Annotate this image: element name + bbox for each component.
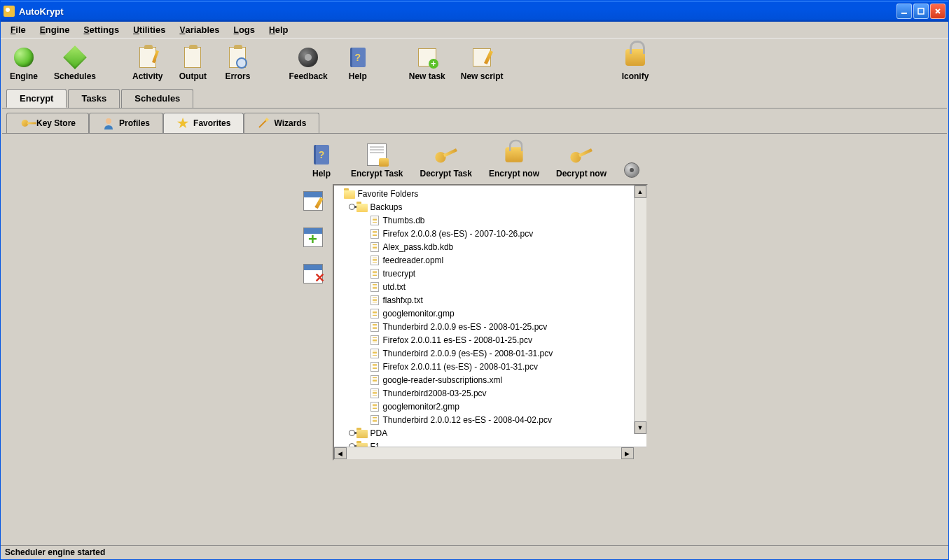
gear-icon xyxy=(624,162,639,178)
tree-file[interactable]: Firefox 2.0.0.11 (es-ES) - 2008-01-31.pc… xyxy=(335,360,645,373)
subtab-keystore[interactable]: Key Store xyxy=(6,113,89,133)
delete-favorite-button[interactable] xyxy=(302,262,324,285)
encrypt-now-icon xyxy=(505,147,522,162)
close-icon xyxy=(934,8,941,15)
content-frame: Key Store Profiles ★ Favorites Wizards xyxy=(2,108,947,545)
file-icon xyxy=(370,255,379,265)
engine-icon xyxy=(14,48,34,67)
file-icon xyxy=(370,335,379,345)
app-icon xyxy=(4,6,15,17)
edit-favorite-button[interactable] xyxy=(302,190,324,212)
tree-file[interactable]: Thunderbird 2.0.0.9 es-ES - 2008-01-25.p… xyxy=(335,320,645,333)
tree-file[interactable]: flashfxp.txt xyxy=(335,293,645,307)
engine-button[interactable]: Engine xyxy=(6,45,41,83)
help-button[interactable]: Help xyxy=(340,45,375,83)
new-script-button[interactable]: New script xyxy=(458,45,506,83)
tree-file[interactable]: googlemonitor.gmp xyxy=(335,307,645,320)
tab-encrypt[interactable]: Encrypt xyxy=(6,89,67,108)
decrypt-now-button[interactable]: Decrypt now xyxy=(556,142,607,178)
output-icon xyxy=(184,47,201,68)
tree-file[interactable]: googlemonitor2.gmp xyxy=(335,400,645,413)
subtab-wizards[interactable]: Wizards xyxy=(244,113,319,133)
tree-folder[interactable]: PDA xyxy=(335,426,645,440)
maximize-button[interactable] xyxy=(913,4,929,19)
menu-utilities[interactable]: Utilities xyxy=(127,23,171,36)
tree-folder[interactable]: Backups xyxy=(335,200,645,214)
person-icon xyxy=(102,117,115,130)
file-icon xyxy=(370,242,379,252)
subtab-favorites[interactable]: ★ Favorites xyxy=(163,113,244,133)
menu-file[interactable]: File xyxy=(5,23,32,36)
edit-icon xyxy=(303,191,323,211)
file-icon xyxy=(370,415,379,425)
tree-file[interactable]: truecrypt xyxy=(335,267,645,280)
tree-file[interactable]: google-reader-subscriptions.xml xyxy=(335,373,645,386)
file-icon xyxy=(370,388,379,398)
file-icon xyxy=(370,322,379,332)
iconify-icon xyxy=(625,49,645,66)
encrypt-now-button[interactable]: Encrypt now xyxy=(489,142,539,178)
close-button[interactable] xyxy=(930,4,945,19)
add-favorite-button[interactable] xyxy=(302,226,324,248)
new-task-button[interactable]: New task xyxy=(406,45,448,83)
activity-icon xyxy=(139,47,156,68)
menu-logs[interactable]: Logs xyxy=(228,23,261,36)
folder-icon xyxy=(356,430,368,438)
errors-button[interactable]: Errors xyxy=(220,45,255,83)
tab-tasks[interactable]: Tasks xyxy=(68,89,120,108)
minimize-button[interactable] xyxy=(896,4,912,19)
file-icon xyxy=(370,309,379,318)
titlebar[interactable]: AutoKrypt xyxy=(1,1,948,22)
tree-root[interactable]: Favorite Folders xyxy=(335,187,645,200)
tree-file[interactable]: Thunderbird2008-03-25.pcv xyxy=(335,386,645,400)
output-button[interactable]: Output xyxy=(175,45,210,83)
decrypt-task-icon xyxy=(434,145,459,164)
tree-file[interactable]: Thumbs.db xyxy=(335,214,645,227)
tree-file[interactable]: Thunderbird 2.0.0.9 (es-ES) - 2008-01-31… xyxy=(335,346,645,360)
encrypt-task-button[interactable]: Encrypt Task xyxy=(351,142,403,178)
feedback-icon xyxy=(298,48,318,67)
errors-icon xyxy=(229,47,246,68)
tab-schedules[interactable]: Schedules xyxy=(121,89,193,108)
favorites-tree[interactable]: Favorite FoldersBackupsThumbs.dbFirefox … xyxy=(333,184,648,461)
menubar: FileEngineSettingsUtilitiesVariablesLogs… xyxy=(1,22,948,38)
scroll-right-button[interactable]: ▶ xyxy=(621,447,634,459)
iconify-button[interactable]: Iconify xyxy=(618,45,653,83)
file-icon xyxy=(370,295,379,305)
menu-variables[interactable]: Variables xyxy=(174,23,225,36)
favorites-panel: Help Encrypt Task Decrypt Task Encrypt n… xyxy=(2,133,947,545)
decrypt-task-button[interactable]: Decrypt Task xyxy=(420,142,471,178)
scroll-down-button[interactable]: ▼ xyxy=(635,421,646,434)
tree-file[interactable]: Thunderbird 2.0.0.12 es-ES - 2008-04-02.… xyxy=(335,413,645,426)
subtab-profiles[interactable]: Profiles xyxy=(89,113,163,133)
schedules-icon xyxy=(63,46,87,69)
tree-file[interactable]: Firefox 2.0.0.8 (es-ES) - 2007-10-26.pcv xyxy=(335,227,645,240)
wand-icon xyxy=(257,117,270,130)
schedules-button[interactable]: Schedules xyxy=(51,45,99,83)
menu-help[interactable]: Help xyxy=(263,23,293,36)
new-script-icon xyxy=(473,48,491,66)
sub-tabs: Key Store Profiles ★ Favorites Wizards xyxy=(2,111,947,133)
favorites-side-buttons xyxy=(302,184,324,461)
vertical-scrollbar[interactable]: ▲ ▼ xyxy=(634,186,646,434)
status-bar: Scheduler engine started xyxy=(1,545,948,559)
tree-folder[interactable]: F1 xyxy=(335,440,645,447)
tree-file[interactable]: Firefox 2.0.0.11 es-ES - 2008-01-25.pcv xyxy=(335,333,645,346)
svg-rect-1 xyxy=(918,8,924,14)
scroll-left-button[interactable]: ◀ xyxy=(334,447,347,459)
tree-file[interactable]: Alex_pass.kdb.kdb xyxy=(335,240,645,253)
tree-file[interactable]: utd.txt xyxy=(335,280,645,293)
menu-engine[interactable]: Engine xyxy=(34,23,76,36)
scroll-up-button[interactable]: ▲ xyxy=(635,186,646,198)
folder-icon xyxy=(356,443,368,447)
feedback-button[interactable]: Feedback xyxy=(286,45,330,83)
fav-help-button[interactable]: Help xyxy=(309,142,334,178)
minimize-icon xyxy=(901,8,908,15)
window-title: AutoKrypt xyxy=(19,6,896,17)
add-icon xyxy=(303,227,323,247)
horizontal-scrollbar[interactable]: ◀ ▶ xyxy=(334,447,646,459)
tree-file[interactable]: feedreader.opml xyxy=(335,253,645,267)
menu-settings[interactable]: Settings xyxy=(78,23,125,36)
fav-settings-button[interactable] xyxy=(623,162,640,178)
activity-button[interactable]: Activity xyxy=(130,45,165,83)
